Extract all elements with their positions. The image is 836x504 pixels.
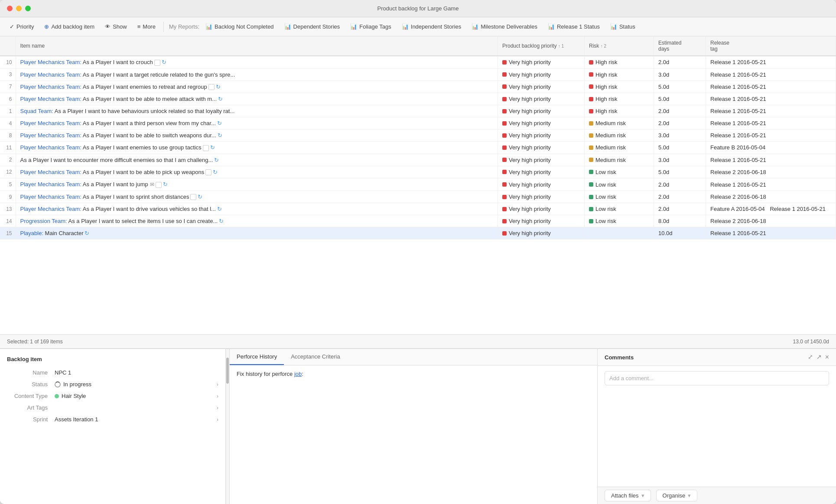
refresh-icon[interactable]: ↻: [216, 84, 221, 90]
row-item-name[interactable]: Player Mechanics Team: As a Player I wan…: [16, 203, 498, 215]
checkbox-icon[interactable]: [205, 169, 211, 175]
table-row[interactable]: 12Player Mechanics Team: As a Player I w…: [0, 166, 836, 178]
priority-dropdown[interactable]: ✓ Priority: [5, 22, 38, 32]
table-row[interactable]: 3Player Mechanics Team: As a Player I wa…: [0, 68, 836, 81]
release-tag: Release 1 2016-05-21: [710, 120, 766, 126]
col-days[interactable]: Estimateddays: [654, 36, 706, 56]
minimize-button[interactable]: [16, 6, 22, 11]
detail-sprint-value[interactable]: Assets Iteration 1 ›: [55, 416, 218, 423]
table-row[interactable]: 8Player Mechanics Team: As a Player I wa…: [0, 129, 836, 142]
table-row[interactable]: 2As a Player I want to encounter more di…: [0, 154, 836, 166]
refresh-icon[interactable]: ↻: [214, 157, 219, 163]
col-name[interactable]: Item name: [16, 36, 498, 56]
comment-input[interactable]: Add a comment...: [605, 371, 829, 385]
refresh-icon[interactable]: ↻: [218, 132, 222, 139]
detail-name-value[interactable]: NPC 1: [55, 369, 218, 376]
row-item-name[interactable]: Squad Team: As a Player I want to have b…: [16, 105, 498, 117]
tab-acceptance[interactable]: Acceptance Criteria: [284, 349, 347, 365]
table-row[interactable]: 1Squad Team: As a Player I want to have …: [0, 105, 836, 117]
close-button[interactable]: [7, 6, 13, 11]
row-item-name[interactable]: Player Mechanics Team: As a Player I wan…: [16, 93, 498, 105]
refresh-icon[interactable]: ↻: [163, 181, 168, 187]
detail-content-type-value[interactable]: Hair Style ›: [55, 393, 218, 399]
row-item-name[interactable]: Playable: Main Character↻: [16, 227, 498, 239]
report-independent[interactable]: 📊 Independent Stories: [397, 22, 465, 32]
report-foliage[interactable]: 📊 Foliage Tags: [346, 22, 395, 32]
scrollbar-thumb[interactable]: [226, 358, 229, 384]
priority-text: Very high priority: [509, 181, 551, 188]
close-icon[interactable]: ×: [825, 353, 829, 361]
checkbox-icon[interactable]: [203, 145, 209, 151]
table-row[interactable]: 11Player Mechanics Team: As a Player I w…: [0, 142, 836, 154]
maximize-button[interactable]: [25, 6, 31, 11]
refresh-icon[interactable]: ↻: [217, 206, 222, 212]
row-item-name[interactable]: As a Player I want to encounter more dif…: [16, 154, 498, 166]
table-row[interactable]: 9Player Mechanics Team: As a Player I wa…: [0, 191, 836, 203]
checkbox-icon[interactable]: [190, 194, 196, 200]
more-button[interactable]: ≡ More: [133, 22, 160, 32]
row-days: 3.0d: [654, 68, 706, 81]
attach-files-button[interactable]: Attach files ▾: [605, 490, 651, 501]
priority-text: Very high priority: [509, 59, 551, 65]
table-row[interactable]: 4Player Mechanics Team: As a Player I wa…: [0, 117, 836, 129]
refresh-icon[interactable]: ↻: [162, 59, 166, 65]
sprint-chevron-icon[interactable]: ›: [217, 416, 218, 423]
row-item-name[interactable]: Player Mechanics Team: As a Player I wan…: [16, 81, 498, 93]
expand-icon[interactable]: ⤢: [808, 353, 813, 361]
row-priority: Very high priority: [498, 191, 585, 203]
col-risk[interactable]: Risk ↑ 2: [585, 36, 654, 56]
art-tags-chevron-icon[interactable]: ›: [217, 404, 218, 411]
row-priority: Very high priority: [498, 56, 585, 68]
show-button[interactable]: 👁 Show: [101, 22, 131, 32]
report-backlog[interactable]: 📊 Backlog Not Completed: [201, 22, 278, 32]
row-item-name[interactable]: Player Mechanics Team: As a Player I wan…: [16, 178, 498, 191]
table-row[interactable]: 14Progression Team: As a Player I want t…: [0, 215, 836, 227]
row-release: Release 1 2016-05-21: [706, 56, 836, 68]
col-priority[interactable]: Product backlog priority ↑ 1: [498, 36, 585, 56]
table-row[interactable]: 6Player Mechanics Team: As a Player I wa…: [0, 93, 836, 105]
col-release[interactable]: Releasetag: [706, 36, 836, 56]
row-item-name[interactable]: Player Mechanics Team: As a Player I wan…: [16, 68, 498, 81]
tab-perforce[interactable]: Perforce History: [230, 349, 284, 365]
row-item-name[interactable]: Player Mechanics Team: As a Player I wan…: [16, 129, 498, 142]
risk-text: High risk: [595, 108, 618, 114]
row-number: 2: [0, 154, 16, 166]
external-link-icon[interactable]: ↗: [816, 353, 822, 361]
detail-art-tags-value[interactable]: ›: [55, 404, 218, 411]
table-row[interactable]: 13Player Mechanics Team: As a Player I w…: [0, 203, 836, 215]
table-row[interactable]: 10Player Mechanics Team: As a Player I w…: [0, 56, 836, 68]
row-item-name[interactable]: Player Mechanics Team: As a Player I wan…: [16, 191, 498, 203]
row-item-name[interactable]: Progression Team: As a Player I want to …: [16, 215, 498, 227]
row-days: 2.0d: [654, 117, 706, 129]
priority-text: Very high priority: [509, 194, 551, 200]
add-backlog-button[interactable]: ⊕ Add backlog item: [40, 22, 99, 32]
report-dependent[interactable]: 📊 Dependent Stories: [280, 22, 345, 32]
content-type-chevron-icon[interactable]: ›: [217, 393, 218, 399]
row-item-name[interactable]: Player Mechanics Team: As a Player I wan…: [16, 166, 498, 178]
row-item-name[interactable]: Player Mechanics Team: As a Player I wan…: [16, 56, 498, 68]
refresh-icon[interactable]: ↻: [218, 96, 223, 102]
refresh-icon[interactable]: ↻: [219, 218, 224, 224]
organise-button[interactable]: Organise ▾: [656, 490, 698, 501]
detail-status-value[interactable]: In progress ›: [55, 381, 218, 388]
table-row[interactable]: 5Player Mechanics Team: As a Player I wa…: [0, 178, 836, 191]
checkbox-icon[interactable]: [156, 182, 162, 188]
refresh-icon[interactable]: ↻: [210, 144, 215, 151]
checkbox-icon[interactable]: [154, 60, 160, 66]
refresh-icon[interactable]: ↻: [85, 230, 89, 236]
row-release: Release 1 2016-05-21: [706, 93, 836, 105]
status-chevron-icon[interactable]: ›: [217, 381, 218, 388]
report-release1[interactable]: 📊 Release 1 Status: [543, 22, 604, 32]
row-item-name[interactable]: Player Mechanics Team: As a Player I wan…: [16, 117, 498, 129]
checkbox-icon[interactable]: [208, 84, 215, 90]
detail-scrollbar[interactable]: [226, 349, 229, 504]
table-row[interactable]: 15Playable: Main Character↻Very high pri…: [0, 227, 836, 239]
report-milestone[interactable]: 📊 Milestone Deliverables: [467, 22, 542, 32]
refresh-icon[interactable]: ↻: [217, 120, 222, 126]
perforce-job-link[interactable]: job: [294, 371, 302, 377]
report-status[interactable]: 📊 Status: [606, 22, 640, 32]
refresh-icon[interactable]: ↻: [213, 169, 218, 175]
refresh-icon[interactable]: ↻: [198, 194, 202, 200]
row-item-name[interactable]: Player Mechanics Team: As a Player I wan…: [16, 142, 498, 154]
table-row[interactable]: 7Player Mechanics Team: As a Player I wa…: [0, 81, 836, 93]
